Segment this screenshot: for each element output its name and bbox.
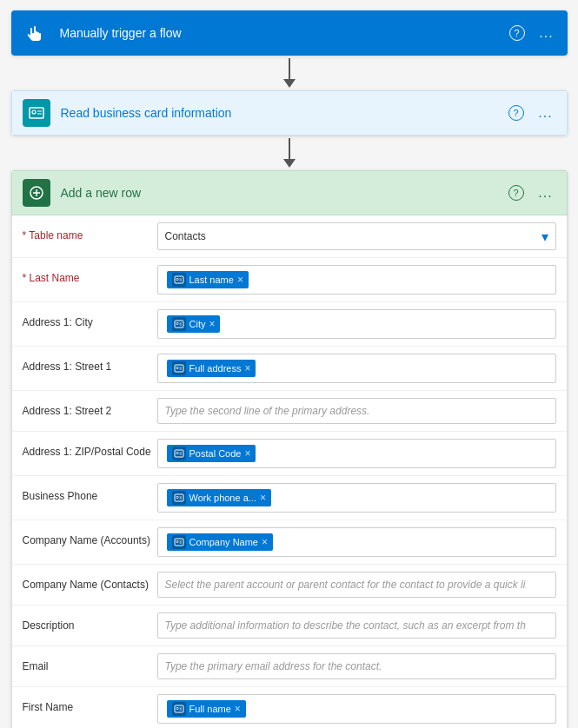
field-input-business-phone[interactable]: Work phone a... ×	[157, 483, 556, 513]
step-trigger-title: Manually trigger a flow	[60, 26, 496, 40]
placeholder-company-contacts: Select the parent account or parent cont…	[165, 579, 526, 591]
field-input-street1[interactable]: Full address ×	[157, 354, 556, 383]
business-card-more-button[interactable]: ...	[535, 103, 556, 123]
field-input-zip[interactable]: Postal Code ×	[157, 439, 556, 468]
token-icon-zip	[172, 447, 186, 460]
token-icon-street1	[172, 361, 186, 375]
add-row-more-button[interactable]: ...	[535, 182, 556, 203]
step-add-row-title: Add a new row	[61, 186, 495, 200]
field-input-company-contacts[interactable]: Select the parent account or parent cont…	[157, 572, 556, 598]
field-dropdown-table-name[interactable]: Contacts ▾	[157, 222, 556, 250]
token-text-street1: Full address	[189, 363, 242, 374]
step-add-row-body: Table name Contacts ▾ Last Name Last nam…	[11, 215, 568, 728]
field-row-street2: Address 1: Street 2 Type the second line…	[12, 391, 567, 432]
field-label-email: Email	[23, 653, 157, 674]
business-card-help-button[interactable]: ?	[506, 103, 527, 123]
placeholder-email: Type the primary email address for the c…	[165, 660, 382, 672]
field-row-table-name: Table name Contacts ▾	[12, 215, 567, 258]
field-label-last-name: Last Name	[23, 265, 157, 286]
field-input-first-name[interactable]: Full name ×	[157, 694, 556, 724]
field-row-street1: Address 1: Street 1 Full address ×	[12, 347, 567, 391]
svg-point-18	[176, 452, 177, 453]
arrow-head-1	[283, 79, 296, 88]
step-business-card-title: Read business card information	[61, 106, 495, 120]
token-city: City ×	[167, 315, 221, 333]
business-card-icon	[23, 99, 50, 127]
field-label-street1: Address 1: Street 1	[23, 354, 157, 374]
svg-point-22	[176, 496, 177, 498]
token-close-business-phone[interactable]: ×	[260, 493, 266, 503]
field-row-company-contacts: Company Name (Contacts) Select the paren…	[12, 565, 567, 606]
field-row-zip: Address 1: ZIP/Postal Code Postal Code ×	[12, 432, 567, 476]
field-input-description[interactable]: Type additional information to describe …	[157, 612, 556, 639]
arrow-line-2	[289, 138, 290, 159]
field-row-city: Address 1: City City ×	[12, 302, 567, 347]
trigger-icon	[22, 19, 50, 47]
step-trigger-header: Manually trigger a flow ? ...	[11, 10, 568, 56]
step-business-card-header: Read business card information ? ...	[11, 90, 568, 136]
add-row-icon	[23, 179, 50, 207]
token-icon-last-name	[172, 273, 186, 287]
token-icon-business-phone	[172, 491, 186, 505]
field-label-description: Description	[23, 612, 157, 633]
field-label-table-name: Table name	[23, 222, 157, 243]
token-close-last-name[interactable]: ×	[237, 275, 243, 285]
svg-rect-0	[30, 108, 43, 118]
field-label-business-phone: Business Phone	[23, 483, 157, 504]
svg-point-6	[176, 278, 177, 280]
svg-point-14	[176, 367, 177, 368]
field-input-email[interactable]: Type the primary email address for the c…	[157, 653, 556, 679]
token-close-city[interactable]: ×	[209, 319, 215, 329]
token-text-city: City	[189, 319, 206, 329]
field-input-last-name[interactable]: Last name ×	[157, 265, 556, 295]
step-add-row: Add a new row ? ... Table name Contacts …	[11, 170, 568, 728]
trigger-more-button[interactable]: ...	[536, 23, 557, 43]
flow-container: Manually trigger a flow ? ...	[0, 0, 578, 728]
field-row-email: Email Type the primary email address for…	[12, 646, 567, 687]
field-label-zip: Address 1: ZIP/Postal Code	[23, 439, 157, 460]
field-label-company-contacts: Company Name (Contacts)	[23, 572, 157, 592]
field-input-company-accounts[interactable]: Company Name ×	[157, 527, 556, 557]
step-add-row-actions: ? ...	[506, 182, 556, 203]
token-street1: Full address ×	[167, 360, 256, 377]
token-business-phone: Work phone a... ×	[167, 489, 271, 506]
add-row-help-button[interactable]: ?	[506, 182, 527, 203]
field-row-first-name: First Name Full name ×	[12, 687, 567, 728]
token-text-first-name: Full name	[189, 704, 231, 714]
token-close-zip[interactable]: ×	[244, 448, 250, 459]
arrow-2	[283, 136, 296, 170]
field-input-city[interactable]: City ×	[157, 309, 556, 339]
step-add-row-header: Add a new row ? ...	[11, 170, 568, 215]
arrow-head-2	[283, 159, 296, 168]
token-zip: Postal Code ×	[167, 445, 256, 462]
step-business-card-actions: ? ...	[506, 103, 556, 123]
token-text-zip: Postal Code	[189, 448, 242, 459]
hand-icon	[27, 24, 44, 42]
placeholder-description: Type additional information to describe …	[165, 619, 526, 632]
arrow-line-1	[289, 58, 290, 79]
token-text-company-accounts: Company Name	[189, 537, 258, 547]
token-close-first-name[interactable]: ×	[235, 704, 241, 714]
dynamics-icon	[28, 184, 45, 202]
field-label-first-name: First Name	[23, 694, 157, 715]
token-icon-first-name	[172, 702, 186, 716]
svg-point-30	[176, 707, 177, 709]
dropdown-value-table-name: Contacts	[165, 230, 206, 242]
token-icon-city	[172, 317, 186, 331]
token-icon-company-accounts	[172, 535, 186, 549]
field-label-street2: Address 1: Street 2	[23, 398, 157, 419]
token-last-name: Last name ×	[167, 271, 249, 288]
token-first-name: Full name ×	[167, 700, 246, 718]
token-company-accounts: Company Name ×	[167, 533, 274, 551]
token-text-last-name: Last name	[189, 275, 234, 285]
token-close-street1[interactable]: ×	[244, 363, 250, 374]
scan-icon	[28, 104, 45, 122]
token-close-company-accounts[interactable]: ×	[262, 537, 268, 547]
field-row-description: Description Type additional information …	[12, 606, 567, 646]
step-business-card: Read business card information ? ...	[11, 90, 568, 136]
trigger-help-button[interactable]: ?	[507, 23, 528, 43]
field-input-street2[interactable]: Type the second line of the primary addr…	[157, 398, 556, 424]
placeholder-street2: Type the second line of the primary addr…	[165, 405, 370, 417]
field-row-last-name: Last Name Last name ×	[12, 258, 567, 302]
field-row-business-phone: Business Phone Work phone a... ×	[12, 476, 567, 520]
